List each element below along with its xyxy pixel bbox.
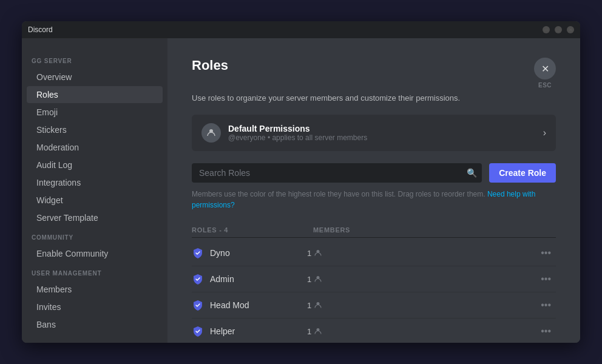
role-shield-icon	[192, 299, 204, 311]
role-name: Head Mod	[210, 300, 307, 310]
role-actions-button[interactable]: •••	[536, 272, 556, 286]
sidebar-item-bans[interactable]: Bans	[27, 316, 163, 333]
table-row[interactable]: Helper 1 •••	[192, 318, 556, 343]
minimize-button[interactable]: ─	[543, 26, 550, 33]
page-title: Roles	[192, 58, 228, 73]
member-count: 1	[307, 327, 380, 336]
member-icon	[314, 275, 322, 283]
user-management-section-label: USER MANAGEMENT	[22, 263, 167, 280]
role-actions-button[interactable]: •••	[536, 298, 556, 312]
esc-label: ESC	[538, 82, 552, 89]
community-section-label: COMMUNITY	[22, 227, 167, 244]
table-row[interactable]: Head Mod 1 •••	[192, 292, 556, 318]
permissions-left: Default Permissions @everyone • applies …	[201, 123, 367, 143]
sidebar-item-roles[interactable]: Roles	[27, 86, 163, 103]
role-actions-button[interactable]: •••	[536, 325, 556, 338]
sidebar-item-server-template[interactable]: Server Template	[27, 209, 163, 226]
table-row[interactable]: Admin 1 •••	[192, 266, 556, 292]
member-count: 1	[307, 301, 380, 310]
member-icon	[314, 301, 322, 309]
window-controls: ─ □ ✕	[543, 26, 574, 33]
sidebar-item-overview[interactable]: Overview	[27, 69, 163, 86]
sidebar-item-emoji[interactable]: Emoji	[27, 104, 163, 121]
close-icon[interactable]: ✕	[534, 58, 556, 79]
permissions-desc: @everyone • applies to all server member…	[228, 133, 367, 142]
sidebar-item-integrations[interactable]: Integrations	[27, 174, 163, 191]
role-name: Admin	[210, 274, 307, 284]
role-shield-icon	[192, 247, 204, 259]
search-wrapper: 🔍	[192, 163, 482, 183]
server-section-label: GG SERVER	[22, 50, 167, 68]
panel-subtitle: Use roles to organize your server member…	[192, 93, 556, 103]
role-name: Helper	[210, 326, 307, 336]
sidebar-item-moderation[interactable]: Moderation	[27, 139, 163, 156]
permissions-name: Default Permissions	[228, 124, 367, 133]
titlebar: Discord ─ □ ✕	[22, 21, 580, 38]
table-row[interactable]: Dyno 1 •••	[192, 240, 556, 266]
search-input[interactable]	[192, 163, 482, 183]
role-name: Dyno	[210, 248, 307, 258]
member-icon	[314, 327, 322, 335]
sidebar-item-widget[interactable]: Widget	[27, 192, 163, 209]
sidebar-item-audit-log[interactable]: Audit Log	[27, 157, 163, 174]
members-col-label: MEMBERS	[313, 226, 386, 234]
panel-header: Roles ✕ ESC	[192, 58, 556, 89]
permissions-icon	[201, 123, 221, 143]
main-content: GG SERVER Overview Roles Emoji Stickers …	[22, 38, 580, 343]
search-icon[interactable]: 🔍	[467, 168, 477, 178]
chevron-right-icon: ›	[543, 127, 546, 138]
maximize-button[interactable]: □	[555, 26, 562, 33]
help-text: Members use the color of the highest rol…	[192, 189, 556, 211]
sidebar: GG SERVER Overview Roles Emoji Stickers …	[22, 38, 167, 343]
app-title: Discord	[28, 25, 53, 34]
default-permissions-card[interactable]: Default Permissions @everyone • applies …	[192, 115, 556, 151]
role-shield-icon	[192, 325, 204, 337]
roles-count-label: ROLES - 4	[192, 226, 313, 234]
member-count: 1	[307, 249, 380, 258]
sidebar-item-stickers[interactable]: Stickers	[27, 121, 163, 138]
roles-list: Dyno 1 ••• Admin 1 ••	[192, 240, 556, 343]
sidebar-item-enable-community[interactable]: Enable Community	[27, 245, 163, 262]
sidebar-item-members[interactable]: Members	[27, 281, 163, 298]
sidebar-item-invites[interactable]: Invites	[27, 298, 163, 315]
role-actions-button[interactable]: •••	[536, 246, 556, 260]
search-create-row: 🔍 Create Role	[192, 163, 556, 183]
member-count: 1	[307, 275, 380, 284]
role-shield-icon	[192, 273, 204, 285]
close-button[interactable]: ✕	[567, 26, 574, 33]
esc-button[interactable]: ✕ ESC	[534, 58, 556, 89]
create-role-button[interactable]: Create Role	[489, 163, 556, 183]
main-panel: Roles ✕ ESC Use roles to organize your s…	[167, 38, 580, 343]
roles-table-header: ROLES - 4 MEMBERS	[192, 223, 556, 238]
permissions-info: Default Permissions @everyone • applies …	[228, 124, 367, 142]
app-window: Discord ─ □ ✕ GG SERVER Overview Roles E…	[22, 21, 580, 343]
member-icon	[314, 249, 322, 257]
